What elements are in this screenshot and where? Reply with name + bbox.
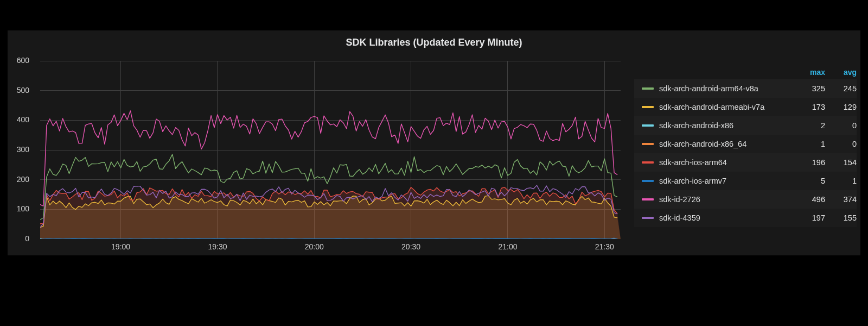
x-tick: 21:00 [498,242,517,251]
y-tick: 200 [8,175,29,184]
legend-series-max: 197 [794,214,825,222]
legend-row[interactable]: sdk-arch-android-x8620 [634,116,857,135]
legend-series-name: sdk-arch-android-x86_64 [659,140,794,148]
legend-swatch [642,87,654,90]
x-tick: 20:00 [305,242,324,251]
chart-panel: SDK Libraries (Updated Every Minute) eve… [8,30,860,255]
legend-series-name: sdk-arch-android-x86 [659,121,794,130]
legend-series-name: sdk-arch-ios-armv7 [659,177,794,185]
y-tick: 300 [8,145,29,154]
legend-swatch [642,161,654,164]
legend-series-max: 5 [794,177,825,185]
legend-series-avg: 0 [825,121,857,130]
x-tick: 19:30 [208,242,227,251]
x-tick: 19:00 [111,242,130,251]
legend-row[interactable]: sdk-id-4359197155 [634,209,857,227]
y-tick: 600 [8,56,29,65]
x-tick: 21:30 [595,242,614,251]
legend-row[interactable]: sdk-arch-ios-armv751 [634,172,857,190]
legend-swatch [642,143,654,145]
legend: max avg sdk-arch-android-arm64-v8a325245… [634,65,857,227]
y-tick: 500 [8,86,29,95]
legend-series-max: 173 [794,103,825,111]
legend-series-name: sdk-arch-ios-arm64 [659,158,794,167]
legend-row[interactable]: sdk-arch-android-arm64-v8a325245 [634,79,857,98]
y-tick: 400 [8,115,29,124]
legend-series-max: 1 [794,140,825,148]
legend-row[interactable]: sdk-arch-android-x86_6410 [634,135,857,153]
legend-series-avg: 155 [825,214,857,222]
legend-series-name: sdk-arch-android-armeabi-v7a [659,103,794,111]
legend-series-avg: 0 [825,140,857,148]
legend-header: max avg [634,65,857,79]
legend-series-name: sdk-id-2726 [659,195,794,204]
legend-row[interactable]: sdk-arch-android-armeabi-v7a173129 [634,98,857,116]
legend-swatch [642,180,654,182]
legend-row[interactable]: sdk-arch-ios-arm64196154 [634,153,857,172]
legend-series-avg: 129 [825,103,857,111]
legend-series-name: sdk-id-4359 [659,214,794,222]
panel-title: SDK Libraries (Updated Every Minute) [8,37,860,48]
legend-series-avg: 374 [825,195,857,204]
legend-header-max[interactable]: max [794,68,825,77]
y-axis-label: events/min [16,0,25,61]
y-tick: 100 [8,204,29,213]
legend-swatch [642,217,654,219]
legend-series-avg: 245 [825,84,857,93]
legend-swatch [642,124,654,127]
legend-row[interactable]: sdk-id-2726496374 [634,190,857,209]
legend-series-max: 496 [794,195,825,204]
y-tick: 0 [8,234,29,243]
legend-series-name: sdk-arch-android-arm64-v8a [659,84,794,93]
legend-header-avg[interactable]: avg [825,68,857,77]
legend-series-avg: 1 [825,177,857,185]
legend-swatch [642,198,654,200]
legend-series-max: 196 [794,158,825,167]
legend-swatch [642,106,654,108]
legend-series-avg: 154 [825,158,857,167]
chart-svg [40,61,621,239]
legend-series-max: 325 [794,84,825,93]
legend-series-max: 2 [794,121,825,130]
x-tick: 20:30 [401,242,420,251]
plot-area[interactable] [40,61,621,239]
